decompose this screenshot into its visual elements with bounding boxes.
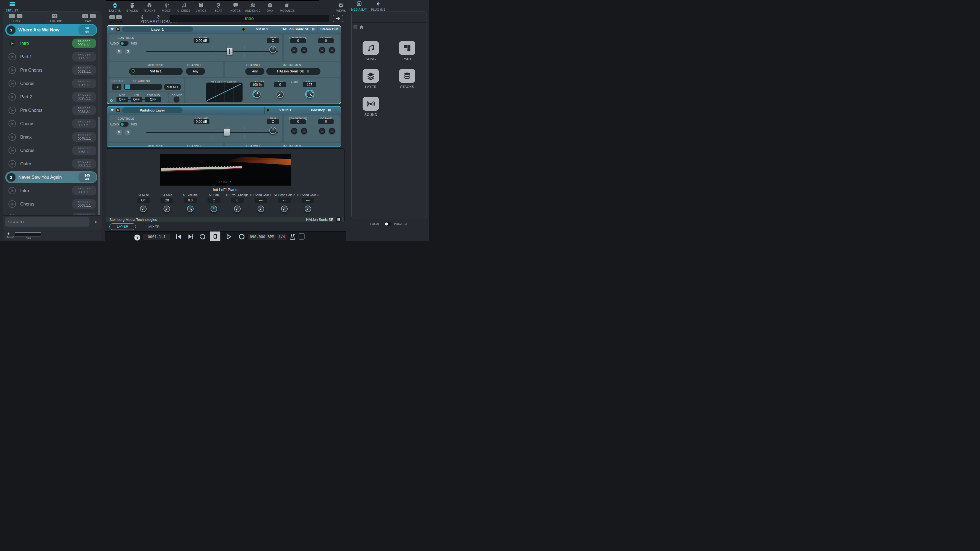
collapse-triangle-icon[interactable] xyxy=(110,109,114,111)
play-button[interactable] xyxy=(225,233,232,240)
record-badge[interactable]: R xyxy=(116,27,120,32)
add-part-button[interactable]: + xyxy=(82,14,88,18)
filter-checkbox[interactable] xyxy=(353,25,357,29)
padshop-instrument-field[interactable]: Padshop xyxy=(301,106,341,114)
setlist-part-outro[interactable]: Outro TRIGGER 0061.1.1 xyxy=(5,158,97,170)
tab-audience[interactable]: AUDIENCE xyxy=(244,1,261,13)
open-plugin-editor-button[interactable] xyxy=(336,217,342,222)
octave-plus-button[interactable]: + xyxy=(329,128,335,134)
media-tile-stacks[interactable]: STACKS xyxy=(399,69,415,89)
home-icon[interactable] xyxy=(359,25,364,29)
high-value-field[interactable]: 127 xyxy=(303,82,317,87)
layer1-output-field[interactable]: Stereo Out xyxy=(317,26,341,33)
add-song-button[interactable]: + xyxy=(9,14,15,18)
param-value-field[interactable]: Off xyxy=(161,198,173,203)
tab-layer[interactable]: LAYER xyxy=(110,223,136,230)
media-tile-part[interactable]: PART xyxy=(399,41,415,61)
setlist-song-2[interactable]: 2 Never Saw You Again 145 4/4 xyxy=(5,171,97,183)
record-badge[interactable]: R xyxy=(116,108,120,112)
tab-dmx[interactable]: DMX xyxy=(261,1,278,13)
octave-plus-button[interactable]: + xyxy=(329,47,335,53)
part-play-icon[interactable] xyxy=(8,200,16,208)
param-value-field[interactable]: C xyxy=(208,198,220,203)
tab-mixer[interactable]: MIXER xyxy=(145,223,163,230)
param-value-field[interactable]: -∞ xyxy=(278,198,291,203)
pgm-chg-field[interactable]: OFF xyxy=(145,97,161,102)
instrument-selector[interactable]: HALion Sonic SE xyxy=(266,68,320,75)
transpose-plus-button[interactable]: + xyxy=(301,47,307,53)
remove-layer-button[interactable]: − xyxy=(116,15,122,19)
search-clear-button[interactable]: X xyxy=(92,219,99,225)
search-input[interactable]: SEARCH xyxy=(5,217,89,227)
param-value-field[interactable]: Off xyxy=(137,198,150,203)
setlist-part-chorus[interactable]: Chorus TRIGGER 0037.2.1 xyxy=(5,118,97,130)
setlist-header-button[interactable]: SETLIST xyxy=(4,2,20,12)
tab-stacks[interactable]: STACKS xyxy=(124,1,141,13)
part-play-icon[interactable] xyxy=(8,120,16,127)
setlist-part-part-1[interactable]: Part 1 TRIGGER 0005.1.1 xyxy=(5,51,97,63)
pan-knob[interactable] xyxy=(269,127,277,134)
part-trigger-badge[interactable]: TRIGGER 0061.1.1 xyxy=(72,159,96,168)
setlist-part-intro[interactable]: Intro TRIGGER 0001.1.1 xyxy=(5,37,97,49)
tab-notes[interactable]: NOTES xyxy=(227,1,244,13)
local-project-toggle[interactable] xyxy=(384,222,392,226)
metronome-button[interactable] xyxy=(289,233,296,240)
next-part-button[interactable] xyxy=(333,15,343,22)
layer1-instrument-field[interactable]: HALion Sonic SE xyxy=(279,26,317,33)
transpose-minus-button[interactable]: − xyxy=(291,47,297,53)
part-trigger-badge[interactable]: TRIGGER 0005.1.1 xyxy=(72,199,96,209)
zones-button[interactable]: ZONES xyxy=(140,15,155,24)
octave-value-field[interactable]: 0 xyxy=(318,119,334,124)
media-tile-layer[interactable]: LAYER xyxy=(363,69,379,89)
mute-button[interactable]: M xyxy=(116,49,122,54)
low-knob[interactable] xyxy=(277,91,283,98)
position-display[interactable]: 0001.1.1 xyxy=(143,234,170,240)
octave-minus-button[interactable]: − xyxy=(319,47,325,53)
setlist-song-1[interactable]: 1 Where Are We Now 90 4/4 xyxy=(5,24,97,36)
volume-fader-handle[interactable] xyxy=(224,129,230,136)
tab-beat[interactable]: BEAT xyxy=(210,1,227,13)
transpose-value-field[interactable]: 0 xyxy=(290,38,306,43)
part-trigger-badge[interactable]: TRIGGER 0017.1.1 xyxy=(72,79,96,88)
part-trigger-badge[interactable]: TRIGGER 0001.1.1 xyxy=(72,38,96,48)
part-play-icon[interactable] xyxy=(8,40,16,47)
midi-input-selector[interactable]: VM In 1 xyxy=(129,68,183,75)
volume-value-field[interactable]: 0.00 dB xyxy=(194,38,210,43)
transpose-minus-button[interactable]: − xyxy=(291,128,297,134)
collapse-triangle-icon[interactable] xyxy=(110,28,114,30)
part-play-icon[interactable] xyxy=(8,80,16,87)
param-knob[interactable] xyxy=(281,205,288,212)
transpose-plus-button[interactable]: + xyxy=(301,128,307,134)
param-knob[interactable] xyxy=(234,205,240,212)
velocity-curve-display[interactable] xyxy=(206,83,243,102)
msb-field[interactable]: OFF xyxy=(116,97,128,102)
high-knob[interactable] xyxy=(306,91,313,98)
pan-knob[interactable] xyxy=(269,46,277,53)
cc-map-knob[interactable] xyxy=(173,97,180,102)
param-knob[interactable] xyxy=(258,205,264,212)
remove-song-button[interactable]: − xyxy=(17,14,22,18)
octave-minus-button[interactable]: − xyxy=(319,128,325,134)
tap-tempo-button[interactable] xyxy=(299,233,305,240)
layer1-name[interactable]: Layer 1 xyxy=(122,27,193,32)
param-value-field[interactable]: 0 xyxy=(231,198,243,203)
padshop-name[interactable]: Padshop Layer xyxy=(122,107,183,113)
layer1-midi-input-field[interactable]: VM In 1 xyxy=(240,26,279,33)
low-value-field[interactable]: 0 xyxy=(274,82,286,87)
stop-button[interactable] xyxy=(210,232,220,241)
remove-part-button[interactable]: − xyxy=(90,14,96,18)
param-knob[interactable] xyxy=(140,205,146,212)
volume-value-field[interactable]: 0.00 dB xyxy=(194,119,210,124)
tab-layers[interactable]: LAYERS xyxy=(107,1,124,13)
setlist-part-chorus[interactable]: Chorus TRIGGER 0053.1.1 xyxy=(5,144,97,156)
padshop-midi-input-field[interactable]: VM In 1 xyxy=(264,106,301,114)
setlist-part-part-2[interactable]: Part 2 TRIGGER 0025.1.1 xyxy=(5,91,97,103)
media-tile-song[interactable]: SONG xyxy=(363,41,379,61)
tempo-display[interactable]: 090.000 BPM xyxy=(248,234,275,240)
param-value-field[interactable]: 0.0 xyxy=(184,198,197,203)
click-icon[interactable] xyxy=(134,234,141,241)
param-value-field[interactable]: -∞ xyxy=(302,198,314,203)
setlist-part-chorus[interactable]: Chorus TRIGGER 0005.1.1 xyxy=(5,198,97,210)
lsb-field[interactable]: OFF xyxy=(131,97,142,102)
media-tile-sound[interactable]: SOUND xyxy=(363,97,379,117)
